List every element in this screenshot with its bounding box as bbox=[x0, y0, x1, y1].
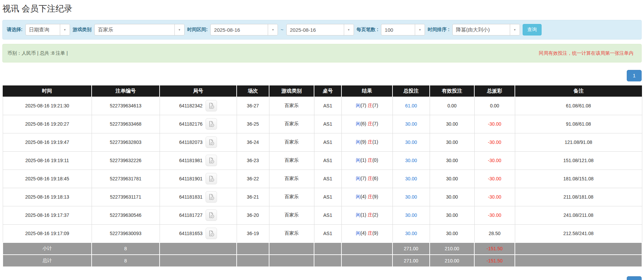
cell-payout: -30.00 bbox=[474, 188, 515, 206]
round-id-group: 641181727 bbox=[179, 209, 217, 221]
result-player-label: 闲 bbox=[356, 194, 360, 199]
cell-session: 36-21 bbox=[237, 188, 269, 206]
total-row-empty-table bbox=[314, 255, 341, 267]
cell-valid-bet: 30.00 bbox=[430, 115, 474, 133]
cell-round-id: 641182176 bbox=[160, 115, 237, 133]
cell-remark: 91.08/61.08 bbox=[515, 115, 642, 133]
total-bet-link[interactable]: 30.00 bbox=[405, 121, 417, 127]
cell-round-id: 641182073 bbox=[160, 133, 237, 151]
chevron-down-icon: ▼ bbox=[415, 24, 425, 35]
chevron-down-icon: ▼ bbox=[268, 24, 278, 35]
cell-round-id: 641181831 bbox=[160, 188, 237, 206]
cell-bet-id: 522739633468 bbox=[92, 115, 160, 133]
cell-result: 闲(7) 庄(6) bbox=[341, 170, 392, 188]
round-id-value: 641182176 bbox=[179, 121, 202, 127]
round-id-value: 641181831 bbox=[179, 194, 202, 200]
result-player-score: (7) bbox=[360, 103, 366, 108]
video-replay-button[interactable] bbox=[206, 209, 217, 221]
cell-session: 36-20 bbox=[237, 206, 269, 224]
cell-game-category: 百家乐 bbox=[269, 170, 314, 188]
video-replay-button[interactable] bbox=[206, 136, 217, 148]
subtotal-row-total-bet: 271.00 bbox=[392, 243, 430, 255]
page-title: 视讯 会员下注纪录 bbox=[2, 3, 642, 14]
total-row-empty-result bbox=[341, 255, 392, 267]
total-bet-link[interactable]: 30.00 bbox=[405, 158, 417, 163]
total-bet-link[interactable]: 30.00 bbox=[405, 231, 417, 236]
video-replay-button[interactable] bbox=[206, 100, 217, 111]
col-total-bet: 总投注 bbox=[392, 85, 430, 97]
total-bet-link[interactable]: 61.00 bbox=[405, 103, 417, 108]
video-replay-button[interactable] bbox=[206, 155, 217, 166]
cell-time: 2025-08-16 19:19:11 bbox=[3, 151, 92, 170]
total-bet-link[interactable]: 30.00 bbox=[405, 212, 417, 218]
subtotal-row-empty-session bbox=[237, 243, 269, 255]
subtotal-row-empty-game bbox=[269, 243, 314, 255]
page-size-select[interactable]: 100 ▼ bbox=[381, 24, 425, 35]
cell-table-no: AS1 bbox=[314, 170, 341, 188]
page-size-value: 100 bbox=[381, 27, 393, 33]
date-from-select[interactable]: 2025-08-16 ▼ bbox=[210, 24, 278, 35]
col-time: 时间 bbox=[3, 85, 92, 97]
cell-total-bet: 30.00 bbox=[392, 115, 430, 133]
cell-table-no: AS1 bbox=[314, 206, 341, 224]
video-replay-button[interactable] bbox=[206, 191, 217, 203]
cell-game-category: 百家乐 bbox=[269, 224, 314, 243]
cell-total-bet: 30.00 bbox=[392, 151, 430, 170]
search-button[interactable]: 查询 bbox=[523, 24, 542, 35]
time-sort-label: 时间排序 : bbox=[428, 27, 450, 33]
cell-result: 闲(1) 庄(2) bbox=[341, 206, 392, 224]
total-bet-link[interactable]: 30.00 bbox=[405, 176, 417, 181]
video-file-icon bbox=[208, 121, 215, 127]
video-replay-button[interactable] bbox=[206, 228, 217, 239]
chevron-down-icon: ▼ bbox=[344, 24, 354, 35]
page-button-1-bottom[interactable]: 1 bbox=[627, 276, 642, 280]
total-row-remark bbox=[515, 255, 642, 267]
cell-bet-id: 522739634613 bbox=[92, 97, 160, 115]
result-banker-score: (9) bbox=[372, 230, 378, 236]
filter-bar: 请选择: 日期查询 ▼ 游戏类别 百家乐 ▼ 时间区间: 2025-08-16 … bbox=[2, 20, 642, 40]
cell-round-id: 641181727 bbox=[160, 206, 237, 224]
table-row: 2025-08-16 19:17:37522739630546641181727… bbox=[3, 206, 642, 224]
query-type-select[interactable]: 日期查询 ▼ bbox=[25, 24, 70, 35]
total-row-total-bet: 271.00 bbox=[392, 255, 430, 267]
cell-result: 闲(6) 庄(7) bbox=[341, 115, 392, 133]
time-sort-value: 降冪(由大到小) bbox=[453, 27, 490, 33]
cell-result: 闲(4) 庄(9) bbox=[341, 224, 392, 243]
cell-valid-bet: 30.00 bbox=[430, 170, 474, 188]
cell-table-no: AS1 bbox=[314, 188, 341, 206]
cell-bet-id: 522739630093 bbox=[92, 224, 160, 243]
result-player-label: 闲 bbox=[356, 139, 360, 145]
cell-payout: -30.00 bbox=[474, 206, 515, 224]
page-button-1[interactable]: 1 bbox=[627, 70, 642, 81]
result-banker-label: 庄 bbox=[367, 157, 372, 163]
cell-table-no: AS1 bbox=[314, 115, 341, 133]
game-category-select[interactable]: 百家乐 ▼ bbox=[94, 24, 185, 35]
time-sort-select[interactable]: 降冪(由大到小) ▼ bbox=[452, 24, 520, 35]
cell-valid-bet: 30.00 bbox=[430, 188, 474, 206]
cell-valid-bet: 30.00 bbox=[430, 206, 474, 224]
chevron-down-icon: ▼ bbox=[60, 24, 70, 35]
col-game-category: 游戏类别 bbox=[269, 85, 314, 97]
cell-bet-id: 522739630546 bbox=[92, 206, 160, 224]
table-row: 2025-08-16 19:19:11522739632226641181981… bbox=[3, 151, 642, 170]
result-player-score: (1) bbox=[360, 157, 366, 163]
cell-game-category: 百家乐 bbox=[269, 133, 314, 151]
cell-game-category: 百家乐 bbox=[269, 206, 314, 224]
total-bet-link[interactable]: 30.00 bbox=[405, 139, 417, 145]
date-to-value: 2025-08-16 bbox=[287, 27, 316, 33]
video-replay-button[interactable] bbox=[206, 118, 217, 130]
cell-remark: 211.08/181.08 bbox=[515, 188, 642, 206]
date-to-select[interactable]: 2025-08-16 ▼ bbox=[286, 24, 354, 35]
summary-bar: 币别：人民币 | 总共 :8 注单 | 同局有效投注，统一计算在该局第一张注单内 bbox=[2, 44, 642, 62]
cell-payout: 28.50 bbox=[474, 224, 515, 243]
cell-game-category: 百家乐 bbox=[269, 151, 314, 170]
total-bet-link[interactable]: 30.00 bbox=[405, 194, 417, 200]
subtotal-row-valid-bet: 210.00 bbox=[430, 243, 474, 255]
chevron-down-icon: ▼ bbox=[174, 24, 184, 35]
col-round-id: 局号 bbox=[160, 85, 237, 97]
cell-payout: 0.00 bbox=[474, 97, 515, 115]
cell-time: 2025-08-16 19:18:45 bbox=[3, 170, 92, 188]
table-row: 2025-08-16 19:21:30522739634613641182342… bbox=[3, 97, 642, 115]
video-replay-button[interactable] bbox=[206, 173, 217, 184]
cell-total-bet: 30.00 bbox=[392, 170, 430, 188]
